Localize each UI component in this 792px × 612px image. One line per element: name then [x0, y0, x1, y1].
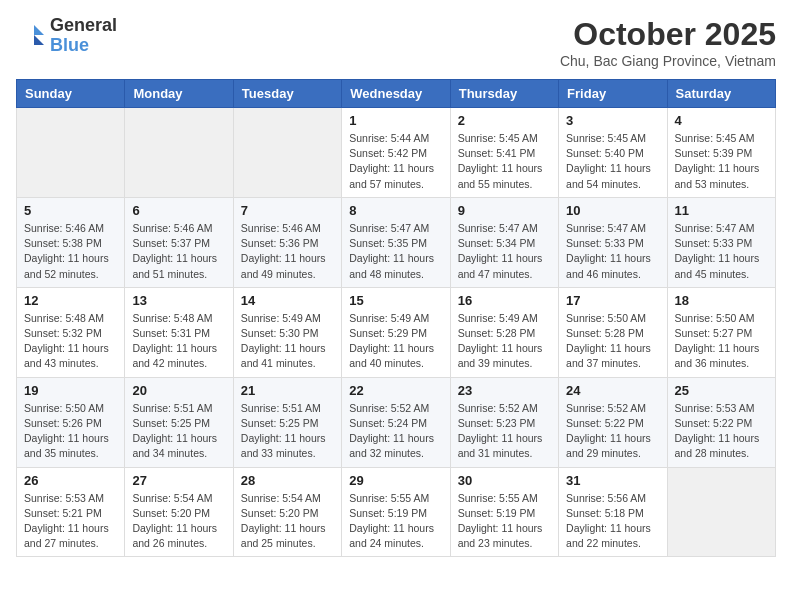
- calendar-cell: 28Sunrise: 5:54 AMSunset: 5:20 PMDayligh…: [233, 467, 341, 557]
- day-number: 15: [349, 293, 442, 308]
- day-number: 24: [566, 383, 659, 398]
- day-info: Sunrise: 5:53 AMSunset: 5:22 PMDaylight:…: [675, 401, 768, 462]
- calendar-cell: 24Sunrise: 5:52 AMSunset: 5:22 PMDayligh…: [559, 377, 667, 467]
- day-number: 5: [24, 203, 117, 218]
- day-info: Sunrise: 5:49 AMSunset: 5:28 PMDaylight:…: [458, 311, 551, 372]
- day-info: Sunrise: 5:47 AMSunset: 5:33 PMDaylight:…: [566, 221, 659, 282]
- day-info: Sunrise: 5:51 AMSunset: 5:25 PMDaylight:…: [241, 401, 334, 462]
- day-number: 2: [458, 113, 551, 128]
- day-info: Sunrise: 5:51 AMSunset: 5:25 PMDaylight:…: [132, 401, 225, 462]
- day-number: 13: [132, 293, 225, 308]
- day-info: Sunrise: 5:53 AMSunset: 5:21 PMDaylight:…: [24, 491, 117, 552]
- day-info: Sunrise: 5:50 AMSunset: 5:28 PMDaylight:…: [566, 311, 659, 372]
- day-number: 16: [458, 293, 551, 308]
- calendar-cell: 4Sunrise: 5:45 AMSunset: 5:39 PMDaylight…: [667, 108, 775, 198]
- calendar-cell: 5Sunrise: 5:46 AMSunset: 5:38 PMDaylight…: [17, 197, 125, 287]
- calendar-cell: 7Sunrise: 5:46 AMSunset: 5:36 PMDaylight…: [233, 197, 341, 287]
- calendar-cell: 11Sunrise: 5:47 AMSunset: 5:33 PMDayligh…: [667, 197, 775, 287]
- day-info: Sunrise: 5:52 AMSunset: 5:24 PMDaylight:…: [349, 401, 442, 462]
- calendar-week-row: 19Sunrise: 5:50 AMSunset: 5:26 PMDayligh…: [17, 377, 776, 467]
- day-of-week-header: Saturday: [667, 80, 775, 108]
- day-number: 18: [675, 293, 768, 308]
- day-of-week-header: Monday: [125, 80, 233, 108]
- day-number: 3: [566, 113, 659, 128]
- day-number: 1: [349, 113, 442, 128]
- title-section: October 2025 Chu, Bac Giang Province, Vi…: [560, 16, 776, 69]
- calendar-cell: 14Sunrise: 5:49 AMSunset: 5:30 PMDayligh…: [233, 287, 341, 377]
- day-number: 28: [241, 473, 334, 488]
- day-number: 6: [132, 203, 225, 218]
- calendar-week-row: 12Sunrise: 5:48 AMSunset: 5:32 PMDayligh…: [17, 287, 776, 377]
- logo: General Blue: [16, 16, 117, 56]
- day-number: 25: [675, 383, 768, 398]
- logo-icon: [16, 21, 46, 51]
- day-info: Sunrise: 5:52 AMSunset: 5:22 PMDaylight:…: [566, 401, 659, 462]
- day-number: 31: [566, 473, 659, 488]
- day-info: Sunrise: 5:54 AMSunset: 5:20 PMDaylight:…: [241, 491, 334, 552]
- calendar-cell: 2Sunrise: 5:45 AMSunset: 5:41 PMDaylight…: [450, 108, 558, 198]
- calendar-cell: 13Sunrise: 5:48 AMSunset: 5:31 PMDayligh…: [125, 287, 233, 377]
- calendar-cell: 22Sunrise: 5:52 AMSunset: 5:24 PMDayligh…: [342, 377, 450, 467]
- calendar-cell: 23Sunrise: 5:52 AMSunset: 5:23 PMDayligh…: [450, 377, 558, 467]
- day-number: 8: [349, 203, 442, 218]
- day-number: 20: [132, 383, 225, 398]
- day-of-week-header: Wednesday: [342, 80, 450, 108]
- calendar-cell: 15Sunrise: 5:49 AMSunset: 5:29 PMDayligh…: [342, 287, 450, 377]
- day-number: 22: [349, 383, 442, 398]
- day-of-week-header: Friday: [559, 80, 667, 108]
- calendar-cell: 25Sunrise: 5:53 AMSunset: 5:22 PMDayligh…: [667, 377, 775, 467]
- day-info: Sunrise: 5:47 AMSunset: 5:33 PMDaylight:…: [675, 221, 768, 282]
- calendar-cell: 30Sunrise: 5:55 AMSunset: 5:19 PMDayligh…: [450, 467, 558, 557]
- day-number: 7: [241, 203, 334, 218]
- day-number: 30: [458, 473, 551, 488]
- calendar-week-row: 5Sunrise: 5:46 AMSunset: 5:38 PMDaylight…: [17, 197, 776, 287]
- month-title: October 2025: [560, 16, 776, 53]
- day-info: Sunrise: 5:46 AMSunset: 5:37 PMDaylight:…: [132, 221, 225, 282]
- day-number: 4: [675, 113, 768, 128]
- day-info: Sunrise: 5:55 AMSunset: 5:19 PMDaylight:…: [349, 491, 442, 552]
- day-number: 12: [24, 293, 117, 308]
- day-info: Sunrise: 5:49 AMSunset: 5:29 PMDaylight:…: [349, 311, 442, 372]
- day-number: 9: [458, 203, 551, 218]
- day-number: 29: [349, 473, 442, 488]
- day-info: Sunrise: 5:56 AMSunset: 5:18 PMDaylight:…: [566, 491, 659, 552]
- day-info: Sunrise: 5:50 AMSunset: 5:27 PMDaylight:…: [675, 311, 768, 372]
- calendar-cell: [17, 108, 125, 198]
- day-number: 10: [566, 203, 659, 218]
- calendar-cell: [667, 467, 775, 557]
- calendar-cell: 10Sunrise: 5:47 AMSunset: 5:33 PMDayligh…: [559, 197, 667, 287]
- day-of-week-header: Thursday: [450, 80, 558, 108]
- calendar-cell: 19Sunrise: 5:50 AMSunset: 5:26 PMDayligh…: [17, 377, 125, 467]
- day-number: 26: [24, 473, 117, 488]
- location-text: Chu, Bac Giang Province, Vietnam: [560, 53, 776, 69]
- calendar-cell: 1Sunrise: 5:44 AMSunset: 5:42 PMDaylight…: [342, 108, 450, 198]
- calendar-cell: [125, 108, 233, 198]
- calendar-cell: 8Sunrise: 5:47 AMSunset: 5:35 PMDaylight…: [342, 197, 450, 287]
- logo-blue-text: Blue: [50, 36, 117, 56]
- calendar-week-row: 1Sunrise: 5:44 AMSunset: 5:42 PMDaylight…: [17, 108, 776, 198]
- day-number: 23: [458, 383, 551, 398]
- calendar-cell: 17Sunrise: 5:50 AMSunset: 5:28 PMDayligh…: [559, 287, 667, 377]
- day-info: Sunrise: 5:45 AMSunset: 5:39 PMDaylight:…: [675, 131, 768, 192]
- day-of-week-header: Tuesday: [233, 80, 341, 108]
- svg-rect-0: [16, 21, 46, 51]
- day-info: Sunrise: 5:48 AMSunset: 5:32 PMDaylight:…: [24, 311, 117, 372]
- calendar-cell: 20Sunrise: 5:51 AMSunset: 5:25 PMDayligh…: [125, 377, 233, 467]
- day-info: Sunrise: 5:55 AMSunset: 5:19 PMDaylight:…: [458, 491, 551, 552]
- day-number: 11: [675, 203, 768, 218]
- calendar-cell: 9Sunrise: 5:47 AMSunset: 5:34 PMDaylight…: [450, 197, 558, 287]
- calendar-cell: 29Sunrise: 5:55 AMSunset: 5:19 PMDayligh…: [342, 467, 450, 557]
- day-info: Sunrise: 5:47 AMSunset: 5:34 PMDaylight:…: [458, 221, 551, 282]
- calendar-cell: 26Sunrise: 5:53 AMSunset: 5:21 PMDayligh…: [17, 467, 125, 557]
- calendar-cell: 27Sunrise: 5:54 AMSunset: 5:20 PMDayligh…: [125, 467, 233, 557]
- calendar-cell: 12Sunrise: 5:48 AMSunset: 5:32 PMDayligh…: [17, 287, 125, 377]
- day-info: Sunrise: 5:50 AMSunset: 5:26 PMDaylight:…: [24, 401, 117, 462]
- calendar-cell: 6Sunrise: 5:46 AMSunset: 5:37 PMDaylight…: [125, 197, 233, 287]
- day-info: Sunrise: 5:49 AMSunset: 5:30 PMDaylight:…: [241, 311, 334, 372]
- day-info: Sunrise: 5:45 AMSunset: 5:40 PMDaylight:…: [566, 131, 659, 192]
- calendar-cell: 21Sunrise: 5:51 AMSunset: 5:25 PMDayligh…: [233, 377, 341, 467]
- day-of-week-header: Sunday: [17, 80, 125, 108]
- calendar-cell: 3Sunrise: 5:45 AMSunset: 5:40 PMDaylight…: [559, 108, 667, 198]
- day-number: 14: [241, 293, 334, 308]
- calendar-table: SundayMondayTuesdayWednesdayThursdayFrid…: [16, 79, 776, 557]
